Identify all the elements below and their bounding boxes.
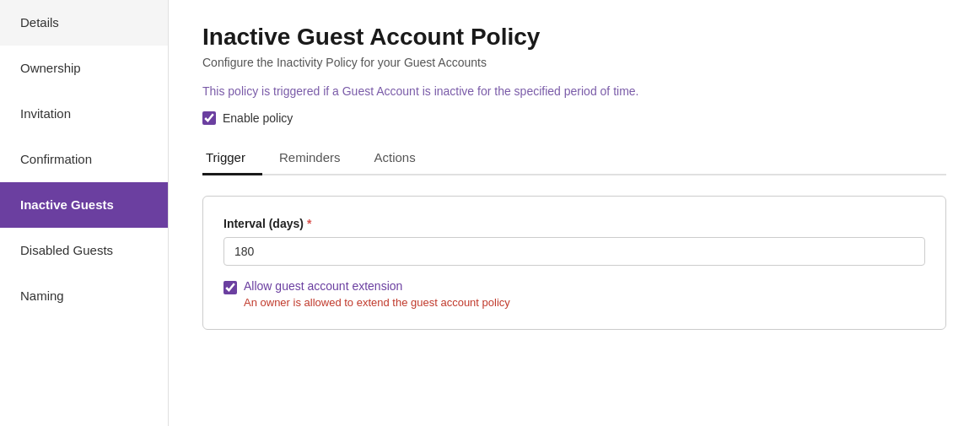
sidebar-item-invitation[interactable]: Invitation [0,91,168,137]
tab-actions[interactable]: Actions [371,142,433,175]
tabs-container: TriggerRemindersActions [202,142,946,175]
page-subtitle: Configure the Inactivity Policy for your… [202,56,946,69]
extension-description: An owner is allowed to extend the guest … [244,296,510,309]
sidebar-item-details[interactable]: Details [0,0,168,46]
sidebar-item-ownership[interactable]: Ownership [0,46,168,91]
sidebar-item-confirmation[interactable]: Confirmation [0,137,168,182]
policy-info: This policy is triggered if a Guest Acco… [202,84,946,98]
main-content: Inactive Guest Account Policy Configure … [169,0,980,426]
extension-row: Allow guest account extension An owner i… [223,279,925,309]
form-card: Interval (days) * Allow guest account ex… [202,196,946,330]
extension-checkbox[interactable] [223,281,237,294]
interval-input[interactable] [223,237,925,266]
sidebar-item-inactive-guests[interactable]: Inactive Guests [0,182,168,228]
interval-field-label: Interval (days) * [223,217,925,230]
enable-policy-checkbox[interactable] [202,111,216,125]
tab-reminders[interactable]: Reminders [276,142,358,175]
sidebar-item-disabled-guests[interactable]: Disabled Guests [0,228,168,273]
page-title: Inactive Guest Account Policy [202,24,946,51]
sidebar-item-naming[interactable]: Naming [0,273,168,319]
extension-text-block: Allow guest account extension An owner i… [244,279,510,309]
sidebar: DetailsOwnershipInvitationConfirmationIn… [0,0,169,426]
enable-policy-label[interactable]: Enable policy [223,111,293,125]
extension-label[interactable]: Allow guest account extension [244,279,510,293]
enable-policy-row: Enable policy [202,111,946,125]
required-star: * [307,217,311,230]
interval-label-text: Interval (days) [223,217,304,230]
tab-trigger[interactable]: Trigger [202,142,262,175]
